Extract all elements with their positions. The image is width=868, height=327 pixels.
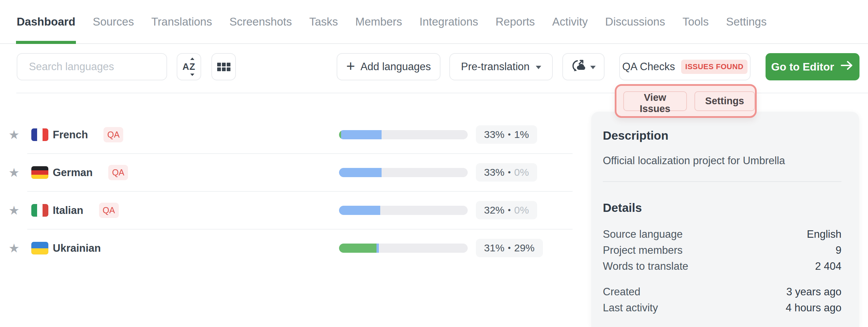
- ukrainian-flag-icon: [31, 242, 48, 254]
- nav-tab-label: Screenshots: [229, 15, 292, 28]
- grid-view-button[interactable]: [211, 53, 236, 80]
- tab-settings[interactable]: Settings: [726, 0, 767, 43]
- tab-members[interactable]: Members: [355, 0, 402, 43]
- search-languages-box[interactable]: [17, 53, 167, 80]
- tab-activity[interactable]: Activity: [552, 0, 588, 43]
- italian-flag-icon: [31, 204, 48, 217]
- qa-issues-badge[interactable]: QA: [103, 127, 123, 142]
- panel-divider: [603, 181, 841, 182]
- tab-dashboard[interactable]: Dashboard: [17, 0, 75, 43]
- language-name[interactable]: German: [53, 167, 93, 179]
- tab-tools[interactable]: Tools: [682, 0, 709, 43]
- favorite-star-icon[interactable]: ★: [9, 242, 21, 254]
- language-name[interactable]: French: [53, 129, 88, 141]
- cloud-sync-dropdown[interactable]: [562, 53, 605, 80]
- detail-value: 3 years ago: [786, 284, 841, 300]
- arrow-right-icon: [840, 60, 854, 73]
- language-list: ★ French QA 33% • 1% ★ German QA 33% • 0…: [0, 0, 575, 327]
- details-group-2: Created 3 years ago Last activity 4 hour…: [603, 284, 841, 316]
- tab-sources[interactable]: Sources: [93, 0, 134, 43]
- language-row-french[interactable]: ★ French QA 33% • 1%: [0, 116, 574, 154]
- translated-progress-segment: [376, 244, 379, 253]
- qa-checks-label: QA Checks: [622, 61, 675, 73]
- dot-separator-icon: •: [508, 168, 511, 177]
- favorite-star-icon[interactable]: ★: [9, 204, 21, 217]
- dot-separator-icon: •: [508, 205, 511, 215]
- details-title: Details: [603, 201, 841, 215]
- go-to-editor-button[interactable]: Go to Editor: [766, 53, 859, 80]
- add-languages-button[interactable]: + Add languages: [337, 53, 440, 80]
- favorite-star-icon[interactable]: ★: [9, 129, 21, 141]
- plus-icon: +: [346, 59, 355, 74]
- nav-tab-label: Reports: [496, 15, 535, 28]
- detail-value: 4 hours ago: [786, 300, 841, 316]
- settings-button[interactable]: Settings: [694, 91, 755, 111]
- tab-integrations[interactable]: Integrations: [419, 0, 478, 43]
- tab-reports[interactable]: Reports: [496, 0, 535, 43]
- german-flag-icon: [31, 166, 48, 179]
- tab-tasks[interactable]: Tasks: [309, 0, 338, 43]
- nav-tab-label: Tasks: [309, 15, 338, 28]
- tab-translations[interactable]: Translations: [151, 0, 212, 43]
- detail-row: Last activity 4 hours ago: [603, 300, 841, 316]
- translated-percent: 31%: [484, 242, 504, 254]
- pre-translation-label: Pre-translation: [461, 61, 530, 73]
- detail-label: Created: [603, 284, 640, 300]
- language-row-german[interactable]: ★ German QA 33% • 0%: [0, 154, 574, 191]
- favorite-star-icon[interactable]: ★: [9, 167, 21, 179]
- description-title: Description: [603, 129, 841, 142]
- view-issues-button[interactable]: View Issues: [623, 91, 687, 111]
- progress-percentages: 33% • 1%: [476, 125, 537, 144]
- qa-checks-button[interactable]: QA Checks ISSUES FOUND: [619, 53, 751, 80]
- detail-value: 2 404: [815, 258, 841, 274]
- details-group-1: Source language English Project members …: [603, 226, 841, 274]
- approved-progress-segment: [339, 244, 376, 253]
- cloud-sync-icon: [571, 59, 585, 75]
- issues-found-badge: ISSUES FOUND: [681, 60, 748, 74]
- language-name[interactable]: Italian: [53, 204, 83, 217]
- chevron-down-icon: [590, 66, 596, 69]
- detail-label: Words to translate: [603, 258, 688, 274]
- detail-row: Created 3 years ago: [603, 284, 841, 300]
- qa-issues-badge[interactable]: QA: [108, 165, 128, 180]
- tab-screenshots[interactable]: Screenshots: [229, 0, 292, 43]
- language-row-italian[interactable]: ★ Italian QA 32% • 0%: [0, 191, 574, 229]
- nav-tab-label: Sources: [93, 15, 134, 28]
- add-languages-label: Add languages: [360, 61, 431, 73]
- nav-tab-label: Tools: [682, 15, 709, 28]
- progress-percentages: 33% • 0%: [476, 163, 537, 182]
- translated-percent: 33%: [484, 129, 504, 140]
- search-languages-input[interactable]: [17, 61, 166, 73]
- sort-alphabetical-button[interactable]: AZ: [177, 53, 201, 80]
- translation-progress-bar: [339, 168, 468, 177]
- nav-tab-label: Activity: [552, 15, 588, 28]
- detail-label: Project members: [603, 242, 682, 258]
- language-row-ukrainian[interactable]: ★ Ukrainian 31% • 29%: [0, 229, 574, 267]
- approved-percent: 29%: [514, 242, 534, 254]
- go-to-editor-label: Go to Editor: [771, 61, 834, 73]
- project-nav: DashboardSourcesTranslationsScreenshotsT…: [0, 0, 868, 44]
- grid-view-icon: [217, 63, 230, 71]
- detail-row: Words to translate 2 404: [603, 258, 841, 274]
- approved-percent: 0%: [514, 204, 529, 216]
- progress-percentages: 31% • 29%: [476, 239, 543, 257]
- detail-row: Project members 9: [603, 242, 841, 258]
- project-dashboard-screen: DashboardSourcesTranslationsScreenshotsT…: [0, 0, 868, 327]
- nav-tab-label: Integrations: [419, 15, 478, 28]
- translated-percent: 32%: [484, 204, 504, 216]
- qa-issues-badge[interactable]: QA: [99, 203, 119, 218]
- pre-translation-dropdown[interactable]: Pre-translation: [449, 53, 553, 80]
- tab-discussions[interactable]: Discussions: [605, 0, 665, 43]
- nav-tabs: DashboardSourcesTranslationsScreenshotsT…: [0, 0, 868, 43]
- language-name[interactable]: Ukrainian: [53, 242, 101, 254]
- nav-tab-label: Dashboard: [17, 15, 75, 28]
- detail-value: 9: [836, 242, 841, 258]
- description-text: Official localization project for Umbrel…: [603, 155, 841, 167]
- detail-label: Last activity: [603, 300, 658, 316]
- detail-row: Source language English: [603, 226, 841, 242]
- translated-percent: 33%: [484, 167, 504, 178]
- translation-progress-bar: [339, 206, 468, 215]
- french-flag-icon: [31, 128, 48, 141]
- translation-progress-bar: [339, 130, 468, 139]
- nav-tab-label: Members: [355, 15, 402, 28]
